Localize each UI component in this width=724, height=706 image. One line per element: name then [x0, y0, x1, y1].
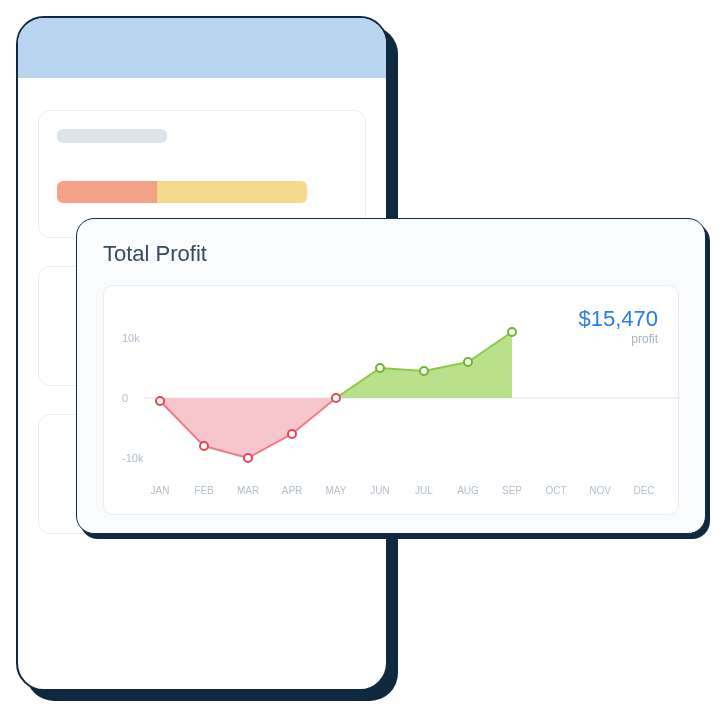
chart-box: $15,470 profit 10k 0 -10k JAN FEB MAR AP…	[103, 285, 679, 515]
data-point	[420, 367, 428, 375]
x-tick: MAR	[237, 485, 259, 496]
x-tick: APR	[282, 485, 303, 496]
phone-header	[18, 18, 386, 78]
data-point	[200, 442, 208, 450]
data-point	[288, 430, 296, 438]
data-point	[508, 328, 516, 336]
x-tick: SEP	[502, 485, 522, 496]
chart-title: Total Profit	[103, 241, 679, 267]
chart-plot-area: $15,470 profit 10k 0 -10k JAN FEB MAR AP…	[104, 300, 678, 500]
x-tick: NOV	[589, 485, 611, 496]
data-point	[156, 397, 164, 405]
stacked-bar	[57, 181, 347, 203]
data-point	[244, 454, 252, 462]
positive-area	[336, 332, 512, 398]
data-point	[332, 394, 340, 402]
x-tick: MAY	[326, 485, 347, 496]
x-tick: DEC	[633, 485, 654, 496]
chart-svg	[104, 300, 680, 480]
profit-chart-card: Total Profit $15,470 profit 10k 0 -10k J…	[76, 218, 706, 534]
data-point	[464, 358, 472, 366]
bar-segment-a	[57, 181, 157, 203]
x-tick: AUG	[457, 485, 479, 496]
x-tick: JUL	[415, 485, 433, 496]
x-tick: JUN	[370, 485, 389, 496]
x-tick: JAN	[151, 485, 170, 496]
card-title-placeholder	[57, 129, 167, 143]
x-tick: FEB	[194, 485, 213, 496]
bar-segment-b	[157, 181, 307, 203]
x-tick: OCT	[545, 485, 566, 496]
data-point	[376, 364, 384, 372]
